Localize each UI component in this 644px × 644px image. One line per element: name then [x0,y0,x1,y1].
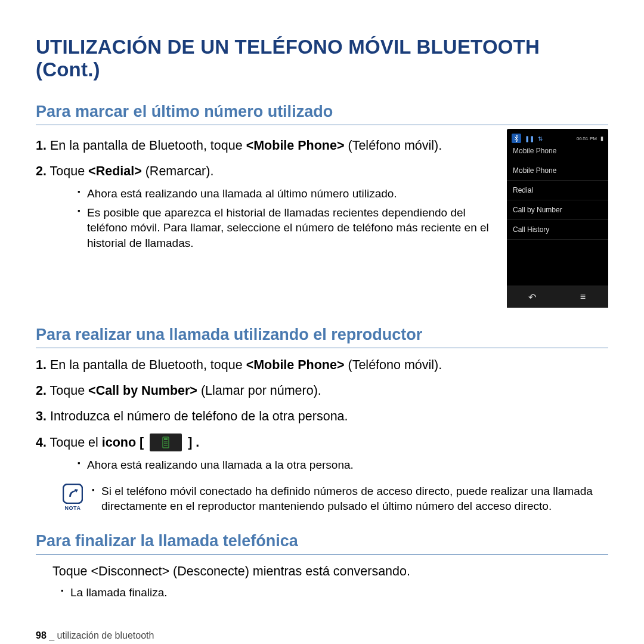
sub-list: La llamada finaliza. [36,585,608,600]
section-heading: Para marcar el último número utilizado [36,103,608,125]
footer-sep: _ [47,630,57,640]
svg-point-5 [164,443,165,444]
step-bold: icono [ [102,435,144,450]
page-footer: 98 _ utilización de bluetooth [36,630,608,641]
note-text: Si el teléfono móvil conectado ha defini… [92,484,608,514]
svg-point-9 [165,445,166,446]
list-item: 2. Toque <Call by Number> (Llamar por nú… [36,382,608,400]
page-title: UTILIZACIÓN DE UN TELÉFONO MÓVIL BLUETOO… [36,36,608,81]
text-column: 1. En la pantalla de Bluetooth, toque <M… [36,129,493,259]
list-item: 2. Toque <Redial> (Remarcar). Ahora está… [36,163,493,251]
back-icon: ↶ [521,292,544,303]
step-number: 3. [36,409,47,423]
step-text: Toque el [50,435,102,450]
sub-list: Ahora está realizando una llamada al últ… [52,186,493,251]
menu-icon: ≡ [571,292,595,302]
svg-point-4 [166,441,168,442]
step-bold: <Mobile Phone> [246,138,345,153]
step-number: 2. [36,164,47,178]
step-tail: (Llamar por número). [197,383,321,398]
svg-point-3 [165,441,166,442]
sub-item: Ahora está realizando una llamada a la o… [78,457,608,473]
svg-rect-11 [63,484,82,503]
note-icon [63,484,83,504]
step-tail: (Remarcar). [142,164,214,178]
ordered-list: 1. En la pantalla de Bluetooth, toque <M… [36,357,608,473]
svg-point-8 [164,445,165,446]
phone-screen-title: Mobile Phone [507,143,608,161]
phone-menu-item: Mobile Phone [507,161,608,181]
bluetooth-icon [512,134,521,143]
sub-list: Ahora está realizando una llamada a la o… [52,457,608,473]
step-tail: ] . [188,435,199,450]
svg-point-7 [166,443,168,444]
svg-point-2 [164,441,165,442]
sub-item: La llamada finaliza. [61,585,608,600]
note-block: NOTA Si el teléfono móvil conectado ha d… [61,484,608,514]
svg-point-10 [166,445,168,446]
phone-status-bar: ❚❚ ⇅ 06:51 PM ▮ [507,134,608,143]
note-label: NOTA [61,505,85,511]
step-number: 2. [36,383,47,398]
step-number: 1. [36,138,47,153]
document-page: UTILIZACIÓN DE UN TELÉFONO MÓVIL BLUETOO… [0,0,644,644]
list-item: 1. En la pantalla de Bluetooth, toque <M… [36,357,608,374]
step-text: En la pantalla de Bluetooth, toque [50,138,246,153]
svg-point-6 [165,443,166,444]
step-bold: <Redial> [88,164,142,178]
sub-item: Ahora está realizando una llamada al últ… [78,186,493,202]
signal-icon: ⇅ [538,135,543,142]
ordered-list: 1. En la pantalla de Bluetooth, toque <M… [36,137,493,251]
step-number: 4. [36,435,47,450]
section-heading: Para finalizar la llamada telefónica [36,532,608,555]
svg-rect-1 [164,438,168,440]
sub-item: Es posible que aparezca el historial de … [78,205,493,251]
step-tail: (Teléfono móvil). [345,358,442,372]
pause-icon: ❚❚ [525,135,534,142]
list-item: 1. En la pantalla de Bluetooth, toque <M… [36,137,493,154]
step-bold: <Mobile Phone> [246,358,345,372]
step-text: Toque [50,383,89,398]
line-tail: (Desconecte) mientras está conversando. [169,564,410,578]
list-item: 3. Introduzca el número de teléfono de l… [36,408,608,425]
page-number: 98 [36,630,47,640]
step-bold: <Call by Number> [88,383,197,398]
section-heading: Para realizar una llamada utilizando el … [36,326,608,348]
phone-dial-icon [150,434,182,451]
step-text: Toque [50,164,89,178]
phone-menu-item: Redial [507,181,608,200]
line-pre: Toque [52,564,91,578]
line-bold: <Disconnect> [91,564,169,578]
step-text: Introduzca el número de teléfono de la o… [50,409,348,423]
battery-icon: ▮ [600,135,603,141]
phone-time: 06:51 PM [577,136,597,141]
phone-menu-item: Call History [507,220,608,240]
note-badge: NOTA [61,484,85,511]
phone-nav-bar: ↶ ≡ [507,286,608,308]
step-text: En la pantalla de Bluetooth, toque [50,358,246,372]
step-tail: (Teléfono móvil). [345,138,442,153]
list-item: 4. Toque el icono [ ] . Ahora está reali… [36,434,608,473]
footer-text: utilización de bluetooth [57,630,154,640]
paragraph: Toque <Disconnect> (Desconecte) mientras… [52,563,608,580]
section-body: 1. En la pantalla de Bluetooth, toque <M… [36,129,608,308]
phone-menu-item: Call by Number [507,200,608,220]
step-number: 1. [36,358,47,372]
phone-mock: ❚❚ ⇅ 06:51 PM ▮ Mobile Phone Mobile Phon… [507,129,608,308]
